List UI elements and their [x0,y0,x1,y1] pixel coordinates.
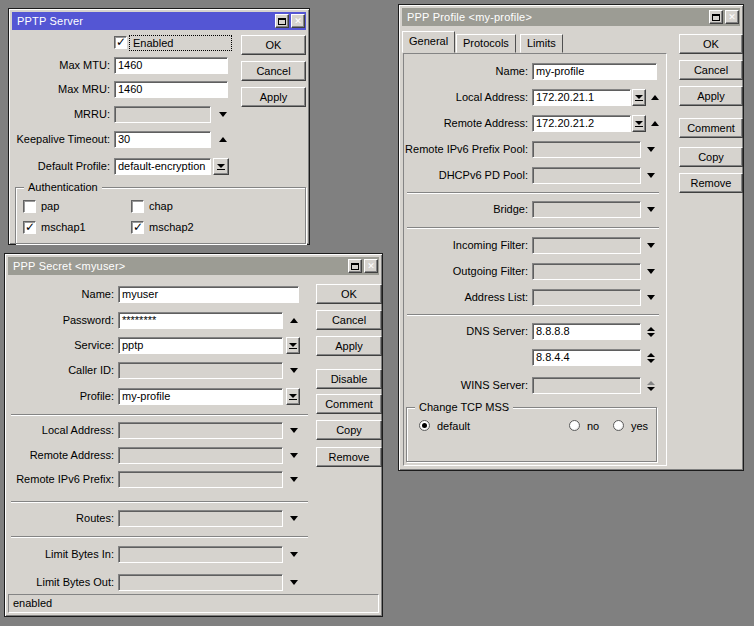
dns-server-2-spinner[interactable] [644,349,657,366]
limit-bytes-in-dropdown-icon[interactable] [287,546,300,563]
limit-bytes-out-dropdown-icon[interactable] [287,574,300,591]
remote-address-up-icon[interactable] [648,115,661,132]
default-profile-dropdown-button[interactable] [213,158,229,175]
password-up-icon[interactable] [287,312,300,329]
routes-input[interactable] [118,510,283,527]
remove-button[interactable]: Remove [316,447,382,467]
local-address-input[interactable]: 172.20.21.1 [532,89,631,106]
apply-button[interactable]: Apply [241,87,306,107]
local-address-dropdown-icon[interactable] [287,422,300,439]
pptp-server-title: PPTP Server [17,15,83,27]
routes-dropdown-icon[interactable] [287,510,300,527]
remote-ipv6-prefix-pool-input[interactable] [532,141,641,158]
copy-button[interactable]: Copy [679,147,743,167]
dhcpv6-pd-pool-dropdown-icon[interactable] [644,167,657,184]
change-tcp-mss-group: Change TCP MSS [406,407,657,462]
tab-limits[interactable]: Limits [520,34,563,53]
outgoing-filter-input[interactable] [532,263,641,280]
wins-server-input[interactable] [532,377,641,394]
chap-checkbox[interactable] [131,200,144,213]
dns-server-input[interactable]: 8.8.8.8 [532,323,641,340]
outgoing-filter-dropdown-icon[interactable] [644,263,657,280]
service-input[interactable]: pptp [118,337,283,354]
wins-server-spinner[interactable] [644,377,657,394]
dns-server-spinner[interactable] [644,323,657,340]
tcp-mss-no-radio[interactable] [569,420,580,431]
tab-general[interactable]: General [402,31,455,53]
incoming-filter-input[interactable] [532,237,641,254]
password-input[interactable]: ******** [118,312,283,329]
caller-id-input[interactable] [118,362,283,379]
profile-dropdown-button[interactable] [286,388,300,405]
disable-button[interactable]: Disable [316,369,382,389]
ppp-profile-window: PPP Profile <my-profile> ✕ General Proto… [398,4,744,471]
enabled-checkbox[interactable] [114,36,127,49]
ppp-profile-title: PPP Profile <my-profile> [407,11,532,23]
pptp-server-titlebar[interactable]: PPTP Server ✕ [12,12,306,30]
keepalive-up-icon[interactable] [216,131,229,148]
dns-server-label: DNS Server: [403,323,528,340]
maximize-button[interactable] [709,10,723,24]
remote-address-input[interactable] [118,447,283,464]
remote-address-dropdown-icon[interactable] [287,447,300,464]
dhcpv6-pd-pool-input[interactable] [532,167,641,184]
ppp-secret-titlebar[interactable]: PPP Secret <myuser> ✕ [8,257,379,275]
cancel-button[interactable]: Cancel [679,60,743,80]
copy-button[interactable]: Copy [316,420,382,440]
apply-button[interactable]: Apply [679,86,743,106]
mrru-input[interactable] [114,106,211,123]
pap-checkbox[interactable] [23,200,36,213]
limit-bytes-in-input[interactable] [118,546,283,563]
dns-server-2-input[interactable]: 8.8.4.4 [532,349,641,366]
local-address-up-icon[interactable] [648,89,661,106]
ok-button[interactable]: OK [679,34,743,54]
incoming-filter-dropdown-icon[interactable] [644,237,657,254]
close-button[interactable]: ✕ [725,10,739,24]
tcp-mss-default-radio[interactable] [419,420,430,431]
cancel-button[interactable]: Cancel [241,61,306,81]
keepalive-timeout-input[interactable]: 30 [114,131,211,148]
bridge-input[interactable] [532,201,641,218]
tcp-mss-yes-radio[interactable] [613,420,624,431]
profile-input[interactable]: my-profile [118,388,283,405]
tab-protocols[interactable]: Protocols [456,34,516,53]
name-input[interactable]: my-profile [532,63,657,80]
service-dropdown-button[interactable] [286,337,300,354]
address-list-input[interactable] [532,289,641,306]
bridge-dropdown-icon[interactable] [644,201,657,218]
limit-bytes-out-input[interactable] [118,574,283,591]
close-button[interactable]: ✕ [364,259,378,273]
comment-button[interactable]: Comment [316,394,382,414]
cancel-button[interactable]: Cancel [316,310,382,330]
local-address-input[interactable] [118,422,283,439]
apply-button[interactable]: Apply [316,336,382,356]
name-input[interactable]: myuser [118,286,299,303]
ok-button[interactable]: OK [241,35,306,55]
remote-ipv6-prefix-input[interactable] [118,471,283,488]
ok-button[interactable]: OK [316,284,382,304]
remote-address-dropdown-button[interactable] [632,115,646,132]
maximize-button[interactable] [348,259,362,273]
comment-button[interactable]: Comment [679,118,743,138]
authentication-legend: Authentication [24,181,102,194]
mschap2-label: mschap2 [149,221,194,234]
limit-bytes-out-label: Limit Bytes Out: [7,574,114,591]
max-mru-input[interactable]: 1460 [114,81,228,98]
mrru-dropdown-icon[interactable] [216,106,229,123]
max-mtu-input[interactable]: 1460 [114,57,228,74]
maximize-button[interactable] [275,14,289,28]
default-profile-input[interactable]: default-encryption [114,158,211,175]
ppp-profile-titlebar[interactable]: PPP Profile <my-profile> ✕ [402,8,740,26]
caller-id-dropdown-icon[interactable] [287,362,300,379]
remote-address-input[interactable]: 172.20.21.2 [532,115,631,132]
mschap1-checkbox[interactable] [23,221,36,234]
separator [11,536,308,538]
remote-ipv6-prefix-pool-dropdown-icon[interactable] [644,141,657,158]
remote-ipv6-prefix-dropdown-icon[interactable] [287,471,300,488]
mschap2-checkbox[interactable] [131,221,144,234]
local-address-dropdown-button[interactable] [632,89,646,106]
enabled-label[interactable]: Enabled [129,35,232,51]
close-button[interactable]: ✕ [291,14,305,28]
remove-button[interactable]: Remove [679,173,743,193]
address-list-dropdown-icon[interactable] [644,289,657,306]
